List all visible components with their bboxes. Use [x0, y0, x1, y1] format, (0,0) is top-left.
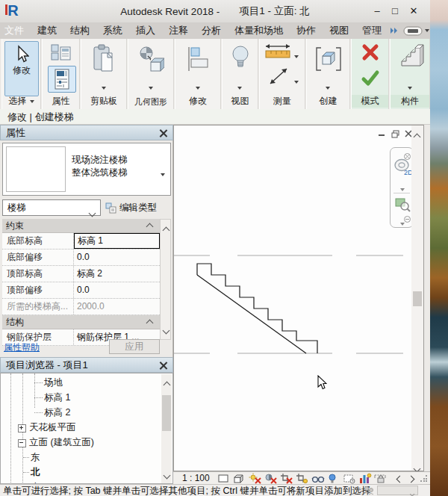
view-minimize-icon[interactable]	[376, 130, 388, 140]
view-restore-icon[interactable]	[390, 130, 401, 140]
panel-create-label[interactable]: 创建	[320, 95, 337, 108]
collapse-structure-icon[interactable]	[146, 320, 154, 327]
ribbon-toggle-arrow-icon[interactable]	[425, 29, 429, 32]
tab-file[interactable]: 文件	[0, 22, 31, 39]
property-value[interactable]: 标高 1	[74, 233, 160, 249]
properties-palette-header[interactable]: 属性	[0, 125, 173, 140]
clipboard-button[interactable]	[90, 43, 117, 76]
tab-collaborate[interactable]: 协作	[290, 22, 323, 39]
panel-geometry-arrow-icon[interactable]	[149, 79, 153, 93]
create-button[interactable]	[314, 45, 343, 75]
finish-stair-button[interactable]	[361, 69, 380, 88]
tab-structure[interactable]: 结构	[63, 22, 96, 39]
tab-architecture[interactable]: 建筑	[31, 22, 63, 39]
panel-create-arrow-icon[interactable]	[326, 79, 330, 93]
stair-component-button[interactable]	[396, 43, 426, 70]
scroll-right-icon[interactable]	[408, 471, 414, 485]
scroll-left-icon[interactable]	[397, 471, 402, 485]
panel-properties-label[interactable]: 属性	[52, 95, 70, 108]
tab-insert[interactable]: 插入	[129, 22, 162, 39]
reveal-constraints-icon[interactable]	[374, 473, 387, 484]
modify-tools-button[interactable]	[186, 45, 210, 75]
properties-help-link[interactable]: 属性帮助	[4, 341, 40, 354]
navbar-minimize-icon[interactable]	[404, 212, 411, 226]
tab-massing-site[interactable]: 体量和场地	[228, 22, 290, 39]
panel-clipboard-label[interactable]: 剪贴板	[90, 95, 117, 108]
element-filter-select[interactable]: 楼梯	[2, 199, 101, 216]
temporary-view-properties-icon[interactable]	[343, 473, 355, 484]
shadows-off-icon[interactable]	[264, 473, 277, 484]
tree-item-east[interactable]: 东	[31, 450, 40, 465]
steering-wheel-2d-button[interactable]: 2D	[393, 158, 411, 179]
maximize-button[interactable]: □	[388, 5, 402, 17]
tree-item-north[interactable]: 北	[31, 465, 40, 480]
tab-analyze[interactable]: 分析	[195, 22, 228, 39]
tree-item-ceiling-plans[interactable]: 天花板平面	[29, 421, 76, 435]
more-tabs-icon[interactable]	[390, 24, 399, 37]
canvas-scroll-up-icon[interactable]	[414, 129, 420, 143]
property-value[interactable]: 0.0	[74, 282, 160, 298]
property-grid-scrollbar[interactable]	[160, 219, 171, 340]
section-structure[interactable]: 结构	[2, 315, 160, 329]
analytical-model-icon[interactable]	[358, 473, 371, 484]
show-crop-region-icon[interactable]	[296, 473, 308, 484]
minimize-button[interactable]: –	[370, 5, 384, 17]
measure-between-button[interactable]	[267, 66, 290, 90]
detail-level-icon[interactable]	[217, 473, 230, 484]
canvas-scroll-thumb[interactable]	[413, 291, 422, 306]
panel-select-arrow-icon[interactable]	[30, 100, 34, 103]
properties-palette-button[interactable]	[48, 66, 76, 93]
crop-view-off-icon[interactable]	[280, 473, 293, 484]
grid-scroll-down-icon[interactable]	[164, 323, 169, 336]
type-properties-button[interactable]	[49, 42, 74, 63]
panel-geometry-label[interactable]: 几何图形	[134, 96, 167, 108]
measure-between-arrow-icon[interactable]	[294, 73, 299, 87]
browser-scroll-thumb[interactable]	[162, 395, 171, 431]
panel-modify-label[interactable]: 修改	[189, 95, 207, 108]
scale-button[interactable]: 1 : 100	[182, 473, 210, 483]
collapse-constraints-icon[interactable]	[146, 223, 154, 231]
close-button[interactable]: ✕	[407, 5, 420, 17]
panel-view-arrow-icon[interactable]	[237, 79, 242, 93]
stair-sketch[interactable]	[197, 264, 317, 353]
tab-annotate[interactable]: 注释	[162, 22, 195, 39]
modify-button[interactable]: 修改	[4, 41, 39, 96]
edit-type-button[interactable]: 编辑类型	[105, 199, 171, 216]
browser-scroll-up-icon[interactable]	[164, 377, 169, 391]
sun-path-off-icon[interactable]	[249, 473, 261, 484]
type-selector[interactable]: 现场浇注楼梯 整体浇筑楼梯	[2, 143, 171, 196]
drawing-area[interactable]	[173, 125, 424, 471]
panel-measure-label[interactable]: 测量	[273, 95, 291, 108]
browser-scrollbar[interactable]	[161, 374, 172, 484]
collapse-elevations-icon[interactable]	[18, 439, 26, 447]
tab-systems[interactable]: 系统	[96, 22, 129, 39]
panel-component-label[interactable]: 构件	[401, 95, 419, 108]
browser-scroll-down-icon[interactable]	[164, 468, 169, 481]
panel-view-label[interactable]: 视图	[231, 95, 249, 108]
measure-ruler-arrow-icon[interactable]	[294, 48, 299, 61]
apply-button[interactable]: 应用	[109, 339, 160, 354]
ribbon-display-toggle[interactable]	[403, 26, 429, 36]
reveal-hidden-icon[interactable]	[327, 473, 340, 484]
property-value[interactable]: 0.0	[74, 249, 160, 265]
panel-select-label[interactable]: 选择	[9, 95, 27, 108]
view-button[interactable]	[229, 43, 252, 75]
tree-item-level2[interactable]: 标高 2	[44, 406, 70, 420]
project-browser-header[interactable]: 项目浏览器 - 项目1	[0, 357, 173, 373]
property-value[interactable]: 标高 2	[74, 266, 160, 282]
visual-style-icon[interactable]	[233, 473, 246, 484]
grid-scroll-up-icon[interactable]	[164, 223, 169, 236]
type-selector-arrow-icon[interactable]	[161, 166, 165, 179]
project-browser-close-icon[interactable]	[159, 361, 167, 369]
properties-close-icon[interactable]	[159, 128, 167, 137]
section-constraints[interactable]: 约束	[2, 219, 160, 233]
tab-manage[interactable]: 管理	[355, 22, 388, 39]
selection-filter-icon[interactable]	[363, 486, 376, 495]
panel-clipboard-arrow-icon[interactable]	[102, 79, 106, 93]
measure-ruler-button[interactable]	[264, 43, 291, 63]
panel-component-arrow-icon[interactable]	[408, 79, 412, 93]
tab-view[interactable]: 视图	[323, 22, 355, 39]
expand-ceiling-plans-icon[interactable]	[18, 424, 26, 433]
temporary-hide-isolate-icon[interactable]	[311, 473, 324, 484]
resize-grip[interactable]	[420, 475, 428, 483]
